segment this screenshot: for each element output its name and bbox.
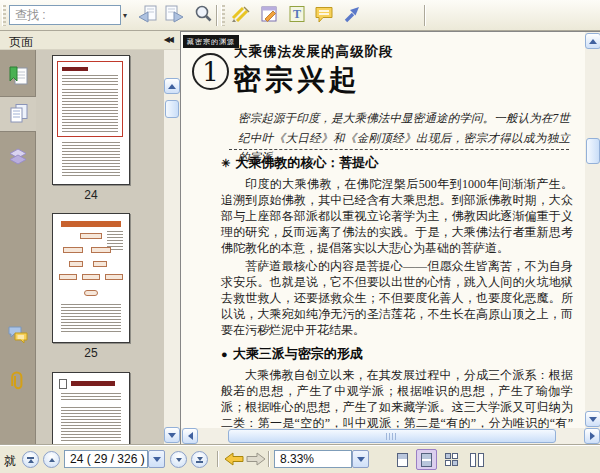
pdf-reader-window: { "toolbar": { "find_placeholder": "查找 :… (0, 0, 600, 473)
thumbnail-page-26[interactable] (52, 372, 130, 444)
section-bullet-icon: ✳ (221, 157, 230, 169)
first-page-button[interactable] (22, 451, 39, 468)
search-input-wrap (9, 5, 121, 25)
scroll-left-button[interactable] (182, 428, 198, 444)
status-ready-text: 就 (4, 453, 16, 470)
view-continuous-button[interactable] (416, 449, 437, 470)
search-icon (193, 4, 213, 27)
page-number-dropdown-button[interactable] (148, 450, 165, 468)
scroll-down-button[interactable] (585, 411, 600, 427)
next-page-button[interactable] (170, 451, 187, 468)
chevron-down-icon (153, 457, 161, 462)
body-paragraph: 印度的大乘佛教，在佛陀涅槃后500年到1000年间渐渐产生。追溯到原始佛教，其中… (221, 176, 573, 256)
typewriter-text-tool-button[interactable]: T (284, 3, 310, 28)
zoom-level-field[interactable]: 8.33% (274, 450, 352, 468)
view-single-page-button[interactable] (392, 449, 413, 470)
toolbar-grip[interactable] (221, 5, 225, 26)
toolbar-separator (424, 5, 426, 26)
zoom-dropdown-button[interactable] (352, 450, 369, 468)
thumbnail-label: 24 (36, 188, 146, 202)
page-corner-tab: 藏密宗的渊源 (183, 35, 239, 48)
thumbnail-scroll-up-button[interactable] (164, 78, 180, 94)
view-facing-button[interactable] (441, 449, 462, 470)
highlight-tool-button[interactable] (228, 3, 254, 28)
chevron-up-icon (589, 39, 597, 44)
note-tool-button[interactable] (256, 3, 282, 28)
chevron-up-icon (168, 84, 176, 89)
two-up-continuous-icon (470, 453, 484, 467)
document-horizontal-scrollbar (181, 428, 600, 444)
sidebar-title: 页面 (9, 34, 33, 51)
previous-view-button[interactable] (224, 451, 244, 470)
pages-icon (7, 102, 29, 127)
single-page-icon (397, 453, 408, 467)
scroll-right-button[interactable] (584, 428, 600, 444)
svg-text:T: T (293, 7, 301, 21)
thumbnail-page-24[interactable] (52, 55, 130, 185)
forward-arrow-icon (246, 456, 266, 470)
find-next-icon (164, 4, 186, 27)
next-view-button[interactable] (246, 451, 266, 470)
body-text: ✳大乘佛教的核心：菩提心 印度的大乘佛教，在佛陀涅槃后500年到1000年间渐渐… (221, 154, 573, 428)
thumbnail-panel: 24 25 (36, 50, 164, 444)
thumbnail-scroll-down-button[interactable] (164, 427, 180, 443)
sidebar-tab-layers[interactable] (0, 140, 36, 176)
document-area: 藏密宗的渊源 1 大乘佛法发展的高级阶段 密宗兴起 密宗起源于印度，是大乘佛法中… (180, 31, 600, 444)
comment-bubble-icon (313, 4, 335, 27)
dashed-divider (229, 149, 569, 150)
statusbar-separator (268, 451, 270, 467)
sidebar-tab-attachments[interactable] (0, 365, 36, 401)
back-arrow-icon (224, 456, 244, 470)
document-vertical-scrollbar (585, 32, 600, 428)
facing-pages-icon (445, 453, 458, 466)
thumbnail-scrollbar-thumb[interactable] (165, 100, 179, 118)
thumbnail-page-25[interactable] (52, 213, 130, 343)
section-bullet-icon: ● (221, 348, 228, 360)
sidebar-collapse-button[interactable]: ◀◀ (164, 35, 172, 44)
sidebar-tab-bookmarks[interactable] (0, 59, 36, 95)
find-previous-icon (136, 4, 158, 27)
previous-page-icon (49, 458, 55, 462)
note-pencil-icon (259, 4, 279, 27)
search-input[interactable] (10, 6, 120, 24)
chapter-kicker: 大乘佛法发展的高级阶段 (234, 43, 394, 61)
arrow-tool-button[interactable] (339, 3, 365, 28)
search-button[interactable] (190, 3, 216, 28)
view-two-up-continuous-button[interactable] (466, 449, 487, 470)
vertical-scrollbar-thumb[interactable] (586, 138, 600, 164)
comments-icon (7, 324, 29, 349)
horizontal-scrollbar-thumb[interactable] (228, 429, 556, 443)
chapter-title: 密宗兴起 (233, 61, 361, 99)
pdf-page[interactable]: 藏密宗的渊源 1 大乘佛法发展的高级阶段 密宗兴起 密宗起源于印度，是大乘佛法中… (181, 32, 585, 428)
chapter-number-circle: 1 (192, 53, 229, 90)
sidebar-tab-comments[interactable] (0, 318, 36, 354)
section-heading: ●大乘三派与密宗的形成 (221, 345, 573, 363)
page-number-field[interactable]: 24 ( 29 / 326 ) (64, 450, 148, 468)
chevron-down-icon (168, 433, 176, 438)
body-paragraph: 大乘佛教自创立以来，在其发展过程中，分成三个派系：根据般若的思想，产生了中观学派… (221, 367, 573, 428)
find-next-button[interactable] (162, 3, 188, 28)
chevron-down-icon (589, 417, 597, 422)
chevron-left-icon (188, 432, 193, 440)
status-bar: 就 24 ( 29 / 326 ) 8.33% (0, 444, 600, 473)
continuous-page-icon (421, 453, 432, 467)
find-previous-button[interactable] (134, 3, 160, 28)
statusbar-separator (217, 451, 219, 467)
chevron-down-icon (357, 457, 365, 462)
sidebar-tab-strip (0, 50, 36, 444)
thumbnail-viewport-box[interactable] (57, 61, 123, 137)
comment-tool-button[interactable] (311, 3, 337, 28)
thumbnail-scrollbar (164, 50, 180, 444)
search-history-dropdown-icon[interactable]: ▾ (123, 11, 127, 20)
previous-page-button[interactable] (43, 451, 60, 468)
sidebar-tab-pages[interactable] (0, 96, 36, 132)
text-box-icon: T (287, 4, 307, 27)
scroll-up-button[interactable] (585, 33, 600, 49)
last-page-button[interactable] (191, 451, 208, 468)
toolbar-separator (216, 5, 218, 26)
chevron-right-icon (590, 432, 595, 440)
toolbar-grip[interactable] (2, 5, 6, 26)
sidebar-header: 页面 ◀◀ (0, 31, 180, 50)
next-page-icon (176, 458, 182, 462)
layers-icon (7, 146, 29, 171)
